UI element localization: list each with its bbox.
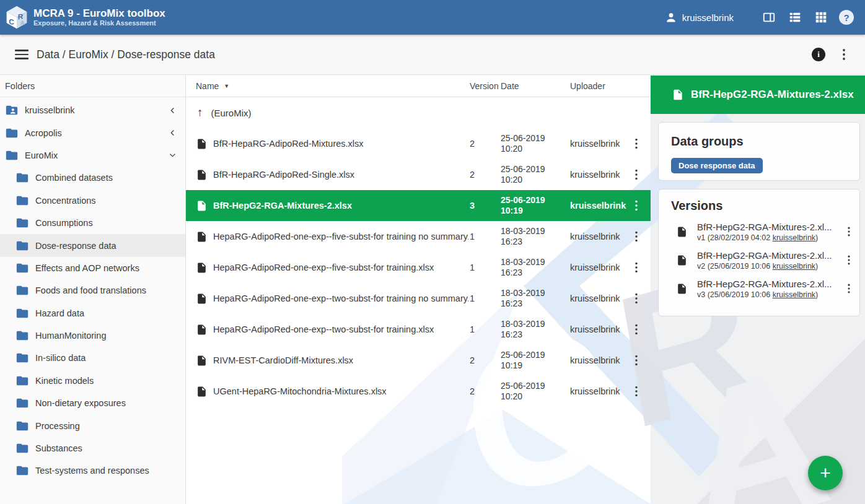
table-row[interactable]: BfR-HepaRG-AdipoRed-Single.xlsx 2 25-06-… (186, 159, 651, 190)
file-uploader: kruisselbrink (566, 232, 628, 241)
file-time: 10:20 (501, 391, 566, 402)
sidebar-item-test-systems-and-responses[interactable]: Test-systems and responses (0, 459, 185, 482)
window-panel-icon[interactable] (762, 11, 776, 24)
file-icon (196, 262, 208, 274)
version-file-name: BfR-HepG2-RGA-Mixtures-2.xl... (697, 278, 838, 290)
info-icon[interactable]: i (812, 48, 825, 61)
sidebar-item-non-dietary-exposures[interactable]: Non-dietary exposures (0, 392, 185, 414)
sidebar-item-processing[interactable]: Processing (0, 414, 185, 437)
file-uploader: kruisselbrink (566, 139, 628, 149)
sidebar-item-in-silico-data[interactable]: In-silico data (0, 347, 185, 369)
table-row[interactable]: BfR-HepaRG-AdipoRed-Mixtures.xlsx 2 25-0… (186, 128, 651, 159)
file-version: 1 (468, 293, 499, 303)
mcra-logo: C R A (5, 5, 29, 30)
folder-icon (15, 239, 29, 253)
row-more-icon[interactable] (630, 230, 643, 243)
list-view-icon[interactable] (788, 11, 802, 24)
app-title: MCRA 9 - EuroMix toolbox (33, 7, 165, 19)
version-item[interactable]: BfR-HepG2-RGA-Mixtures-2.xl... v2 (25/06… (659, 246, 859, 274)
file-uploader: kruisselbrink (566, 386, 628, 396)
version-user-link[interactable]: kruisselbrink (773, 233, 815, 242)
table-row[interactable]: HepaRG-AdipoRed-one-exp--five-subst-for … (186, 252, 651, 283)
sidebar-item-euromix[interactable]: EuroMix (0, 144, 185, 167)
sidebar-item-dose-response-data[interactable]: Dose-response data (0, 234, 185, 256)
chevron-down-icon[interactable] (168, 150, 177, 160)
file-icon (196, 200, 208, 212)
table-row[interactable]: UGent-HepaRG-Mitochondria-Mixtures.xlsx … (186, 376, 651, 407)
page-more-icon[interactable] (836, 47, 851, 62)
menu-icon[interactable] (15, 50, 29, 59)
table-row[interactable]: HepaRG-AdipoRed-one-exp--two-subst-for t… (186, 283, 651, 314)
version-file-name: BfR-HepG2-RGA-Mixtures-2.xl... (697, 221, 838, 233)
file-version: 2 (468, 170, 499, 180)
folder-icon (15, 374, 29, 388)
chevron-left-icon[interactable] (168, 128, 177, 137)
file-icon (196, 293, 208, 305)
table-row[interactable]: HepaRG-AdipoRed-one-exp--two-subst-for t… (186, 314, 651, 345)
folder-icon (15, 261, 29, 275)
column-header-date[interactable]: Date (499, 81, 566, 91)
column-header-uploader[interactable]: Uploader (566, 81, 628, 91)
file-icon (196, 386, 208, 398)
sidebar-title: Folders (0, 76, 185, 97)
version-item[interactable]: BfR-HepG2-RGA-Mixtures-2.xl... v1 (28/02… (659, 217, 859, 246)
sidebar-item-combined-datasets[interactable]: Combined datasets (0, 167, 185, 189)
file-icon (196, 138, 208, 150)
detail-file-name: BfR-HepG2-RGA-Mixtures-2.xlsx (691, 89, 854, 101)
file-name: BfR-HepG2-RGA-Mixtures-2.xlsx (213, 201, 352, 211)
file-icon (196, 355, 208, 367)
column-header-version[interactable]: Version (468, 81, 499, 91)
row-more-icon[interactable] (630, 292, 643, 305)
data-group-badge: Dose response data (671, 158, 763, 173)
sidebar-item-label: Combined datasets (35, 173, 113, 183)
person-icon (665, 11, 677, 24)
file-uploader: kruisselbrink (566, 293, 628, 303)
sidebar-item-acropolis[interactable]: Acropolis (0, 121, 185, 144)
file-time: 10:20 (501, 144, 566, 154)
file-detail-panel: BfR-HepG2-RGA-Mixtures-2.xlsx Data group… (651, 76, 865, 504)
sidebar-item-substances[interactable]: Substances (0, 437, 185, 459)
version-more-icon[interactable] (843, 225, 855, 238)
table-row-selected[interactable]: BfR-HepG2-RGA-Mixtures-2.xlsx 3 25-06-20… (186, 190, 651, 221)
file-uploader: kruisselbrink (566, 263, 628, 272)
add-file-button[interactable]: + (808, 456, 843, 490)
table-row[interactable]: HepaRG-AdipoRed-one-exp--five-subst-for … (186, 221, 651, 252)
row-more-icon[interactable] (630, 168, 643, 181)
file-uploader: kruisselbrink (566, 324, 628, 334)
sidebar-item-hazard-data[interactable]: Hazard data (0, 302, 185, 324)
version-meta: v2 (25/06/2019 10:06 kruisselbrink) (697, 261, 838, 271)
sidebar-item-effects-and-aop-networks[interactable]: Effects and AOP networks (0, 257, 185, 279)
file-date: 25-06-2019 (501, 381, 566, 391)
row-more-icon[interactable] (630, 323, 643, 336)
sidebar-item-consumptions[interactable]: Consumptions (0, 212, 185, 234)
sidebar-item-concentrations[interactable]: Concentrations (0, 189, 185, 212)
row-more-icon[interactable] (630, 261, 643, 274)
folder-icon (5, 126, 19, 140)
apps-grid-icon[interactable] (814, 11, 828, 24)
sidebar-item-label: Kinetic models (35, 376, 94, 386)
version-user-link[interactable]: kruisselbrink (773, 290, 815, 299)
version-meta: v1 (28/02/2019 04:02 kruisselbrink) (697, 233, 838, 243)
row-more-icon[interactable] (630, 199, 643, 212)
sidebar-item-kruisselbrink[interactable]: kruisselbrink (0, 99, 185, 121)
file-date: 18-03-2019 (501, 319, 566, 329)
help-icon[interactable]: ? (839, 10, 854, 25)
column-label: Name (196, 81, 219, 91)
row-more-icon[interactable] (630, 354, 643, 367)
row-more-icon[interactable] (630, 385, 643, 398)
version-more-icon[interactable] (843, 254, 855, 266)
parent-folder-row[interactable]: ↑ (EuroMix) (186, 97, 651, 128)
breadcrumb-bar: Data / EuroMix / Dose-response data i (0, 35, 865, 75)
user-menu[interactable]: kruisselbrink (665, 11, 734, 24)
sidebar-item-kinetic-models[interactable]: Kinetic models (0, 370, 185, 392)
version-more-icon[interactable] (843, 282, 855, 295)
version-user-link[interactable]: kruisselbrink (773, 262, 815, 271)
sidebar-item-foods-and-food-translations[interactable]: Foods and food translations (0, 279, 185, 302)
table-row[interactable]: RIVM-EST-CardioDiff-Mixtures.xlsx 2 25-0… (186, 345, 651, 376)
sidebar-item-humanmonitoring[interactable]: HumanMonitoring (0, 324, 185, 347)
version-item[interactable]: BfR-HepG2-RGA-Mixtures-2.xl... v3 (25/06… (659, 274, 859, 303)
row-more-icon[interactable] (630, 137, 643, 150)
plus-icon: + (820, 464, 831, 482)
column-header-name[interactable]: Name ▼ (196, 81, 468, 91)
chevron-left-icon[interactable] (168, 106, 177, 115)
